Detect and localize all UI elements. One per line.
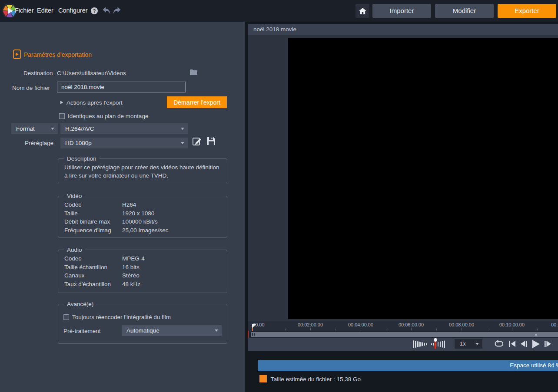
next-frame-button[interactable] [542,340,553,348]
shuttle-speed-control[interactable] [413,339,446,349]
format-selector-label: Format [16,125,35,132]
ruler-tick [386,329,386,330]
loop-playback-button[interactable] [494,340,504,348]
nav-modifier-button[interactable]: Modifier [435,4,494,18]
destination-path: C:\Users\utilisateur\Videos [57,70,126,76]
same-as-timeline-label: Identiques au plan de montage [68,113,148,119]
scrubber-position-line [248,331,249,338]
redo-icon[interactable] [113,7,121,14]
audio-samplesize-row: Taille échantillon 16 bits [58,263,227,272]
ruler-tick [411,328,412,330]
timeline-scrollbar[interactable] [251,332,558,337]
video-legend: Vidéo [64,193,85,199]
video-frame [288,38,558,319]
nav-exporter-button[interactable]: Exporter [498,4,556,18]
ruler-tick [462,328,462,330]
preview-tab[interactable]: noël 2018.movie [248,24,558,35]
ruler-tick [436,329,437,330]
reencode-label: Toujours réencoder l'intégralité du film [72,314,171,320]
ruler-label: 00:02:00.00 [298,322,323,327]
preset-label: Préréglage [25,140,53,146]
export-settings-panel: Paramètres d'exportation Destination C:\… [0,22,245,392]
audio-group: Audio Codec MPEG-4 Taille échantillon 16… [58,247,227,293]
ruler-label: 00:10:00.00 [499,322,525,327]
chevron-down-icon [181,142,184,144]
ruler-label: 00: [551,322,558,327]
ruler-tick [537,329,538,330]
description-legend: Description [64,155,100,162]
disk-space-label: Espace utilisé 84 % [510,362,558,369]
edit-preset-icon[interactable] [193,136,202,146]
ruler-label: 00:06:00.00 [399,322,424,327]
ruler-tick [285,329,286,330]
filename-input[interactable] [57,82,186,92]
ruler-label: 00:08:00.00 [449,322,474,327]
preset-value: HD 1080p [65,140,92,146]
advanced-legend: Avancé(e) [64,301,96,307]
chevron-down-icon [475,343,479,345]
pretreatment-label: Pré-traitement [63,328,101,334]
ruler-tick [487,329,487,330]
description-group: Description Utiliser ce préréglage pour … [58,155,227,183]
audio-legend: Audio [64,247,85,253]
menu-fichier[interactable]: Fichier [15,7,34,14]
nav-importer-button[interactable]: Importer [372,4,431,18]
step-back-icon [521,341,527,347]
preview-tab-title: noël 2018.movie [253,26,296,33]
export-settings-icon [13,49,21,59]
audio-channels-row: Canaux Stéréo [58,271,227,280]
menu-configurer[interactable]: Configurer [58,7,88,14]
start-export-button[interactable]: Démarrer l'export [167,96,227,108]
audio-samplerate-row: Taux d'échantillon 48 kHz [58,280,227,289]
format-value: H.264/AVC [65,125,94,132]
video-framerate-row: Fréquence d'imag 25,00 Images/sec [58,226,227,235]
undo-icon[interactable] [102,7,111,14]
chevron-right-icon[interactable] [60,101,63,104]
reencode-checkbox[interactable] [63,314,69,320]
home-icon [359,8,366,14]
scrollbar-grip-icon [254,333,255,336]
play-button[interactable] [531,339,541,349]
ruler-tick [361,328,361,330]
shuttle-left-wedge [413,340,428,348]
preview-area [248,35,558,321]
menu-editer[interactable]: Editer [37,7,53,14]
format-value-dropdown[interactable]: H.264/AVC [60,123,188,134]
browse-folder-icon[interactable] [190,69,197,75]
pretreatment-dropdown[interactable]: Automatique [122,325,222,336]
go-to-start-button[interactable] [507,340,517,348]
ruler-label: 00:04:00.00 [348,322,373,327]
actions-after-export-link[interactable]: Actions après l'export [66,99,123,106]
loop-icon [494,340,504,348]
panel-title: Paramètres d'exportation [24,51,92,58]
save-preset-icon[interactable] [207,137,216,145]
shuttle-knob-dot[interactable] [434,338,437,342]
estimated-size-label: Taille estimée du fichier : 15,38 Go [271,376,361,382]
play-icon [532,340,540,348]
app-window: Fichier Editer Configurer ? Importer Mod… [0,0,558,392]
description-text: Utiliser ce préréglage pour créer des vi… [58,162,227,180]
top-menu-bar: Fichier Editer Configurer ? Importer Mod… [0,0,558,22]
preset-dropdown[interactable]: HD 1080p [60,138,188,148]
home-button[interactable] [355,4,369,18]
ruler-tick [512,328,512,330]
step-forward-icon [545,341,551,347]
advanced-group: Avancé(e) [58,301,227,344]
playback-speed-dropdown[interactable]: 1x [455,339,482,349]
skip-start-icon [509,341,515,347]
chevron-down-icon [51,128,54,130]
chevron-down-icon [181,128,184,130]
audio-codec-row: Codec MPEG-4 [58,254,227,263]
scrollbar-end-handle[interactable] [535,334,537,336]
shuttle-right-wedge [431,340,446,348]
playback-speed-value: 1x [460,340,466,347]
format-selector-dropdown[interactable]: Format [11,123,58,134]
help-icon[interactable]: ? [91,7,98,14]
estimated-size-swatch [259,375,267,382]
pretreatment-value: Automatique [126,327,159,334]
video-codec-row: Codec H264 [58,201,227,209]
filename-label: Nom de fichier [12,85,50,91]
timeline-ruler[interactable]: :00.00 00:02:00.00 00:04:00.00 00:06:00.… [248,321,558,331]
previous-frame-button[interactable] [518,340,529,348]
same-as-timeline-checkbox[interactable] [59,113,65,119]
